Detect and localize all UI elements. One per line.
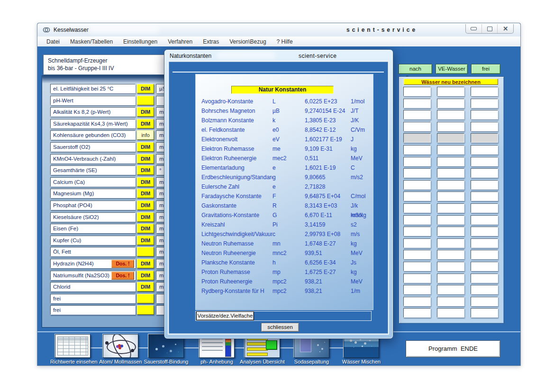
water-name-field[interactable]	[471, 203, 498, 213]
water-name-field[interactable]	[471, 168, 498, 178]
water-name-field[interactable]	[437, 297, 464, 306]
water-name-field[interactable]	[403, 297, 431, 306]
ve-wasser-button[interactable]: VE-Wasser	[436, 64, 468, 74]
dim-button[interactable]: DIM	[137, 154, 154, 164]
water-name-field[interactable]	[403, 110, 431, 119]
water-name-field[interactable]	[471, 273, 498, 283]
water-name-field[interactable]	[403, 133, 431, 143]
water-name-field[interactable]	[403, 262, 431, 271]
water-name-field[interactable]	[437, 191, 464, 201]
dim-button[interactable]: DIM	[137, 224, 154, 233]
water-name-field[interactable]	[437, 273, 464, 283]
dim-button[interactable]: DIM	[137, 282, 154, 292]
water-name-field[interactable]	[437, 262, 464, 271]
dim-button[interactable]: DIM	[137, 165, 154, 175]
water-name-field[interactable]	[437, 133, 464, 143]
dim-button[interactable]: info	[137, 130, 154, 140]
water-name-field[interactable]	[437, 180, 464, 190]
water-name-field[interactable]	[403, 157, 431, 166]
water-name-field[interactable]	[471, 262, 498, 271]
dim-button[interactable]	[137, 247, 154, 256]
water-name-field[interactable]	[471, 122, 498, 131]
water-name-field[interactable]	[437, 157, 464, 166]
water-name-field[interactable]	[403, 99, 431, 108]
richtwerte-icon[interactable]	[55, 334, 91, 358]
water-name-field[interactable]	[471, 227, 498, 236]
water-name-field[interactable]	[437, 110, 464, 119]
water-name-field[interactable]	[471, 133, 498, 143]
water-name-field[interactable]	[403, 285, 431, 294]
water-name-field[interactable]	[471, 110, 498, 119]
water-name-field[interactable]	[403, 180, 431, 190]
water-name-field[interactable]	[471, 297, 498, 306]
water-name-field[interactable]	[471, 87, 498, 96]
close-button[interactable]: ✕	[498, 24, 513, 33]
water-name-field[interactable]	[403, 250, 431, 259]
frei-button[interactable]: frei	[471, 64, 500, 74]
water-name-field[interactable]	[403, 203, 431, 213]
water-name-field[interactable]	[437, 87, 464, 96]
water-name-field[interactable]	[437, 238, 464, 248]
dim-button[interactable]: DIM	[137, 212, 154, 222]
water-name-field[interactable]	[437, 308, 464, 318]
water-name-field[interactable]	[403, 122, 431, 131]
dim-button[interactable]: DIM	[137, 119, 154, 128]
water-name-field[interactable]	[437, 122, 464, 131]
water-name-field[interactable]	[471, 215, 498, 225]
atom-icon[interactable]	[103, 334, 138, 358]
water-name-field[interactable]	[403, 273, 431, 283]
water-name-field[interactable]	[403, 191, 431, 201]
menu-item[interactable]: ? Hilfe	[272, 38, 298, 45]
water-name-field[interactable]	[437, 227, 464, 236]
water-name-field[interactable]	[437, 250, 464, 259]
water-name-field[interactable]	[471, 285, 498, 294]
water-name-field[interactable]	[471, 157, 498, 166]
water-name-field[interactable]	[403, 145, 431, 155]
minimize-button[interactable]	[466, 24, 482, 33]
dim-button[interactable]: DIM	[137, 259, 154, 268]
water-name-field[interactable]	[437, 145, 464, 155]
water-name-field[interactable]	[437, 99, 464, 108]
menu-item[interactable]: Datei	[41, 38, 65, 45]
dim-button[interactable]: DIM	[137, 142, 154, 152]
maximize-button[interactable]	[482, 24, 498, 33]
nach-osmose-button[interactable]: nach Osmose	[399, 64, 432, 74]
menu-item[interactable]: Masken/Tabellen	[65, 38, 118, 45]
menu-item[interactable]: Extras	[198, 38, 224, 45]
dim-button[interactable]	[137, 96, 154, 105]
dim-button[interactable]: DIM	[137, 177, 154, 187]
water-name-field[interactable]	[471, 180, 498, 190]
water-name-field[interactable]	[437, 215, 464, 225]
water-name-field[interactable]	[403, 215, 431, 225]
water-name-field[interactable]	[403, 308, 431, 318]
dim-button[interactable]: DIM	[137, 236, 154, 245]
water-name-field[interactable]	[403, 238, 431, 248]
water-name-field[interactable]	[471, 191, 498, 201]
water-name-field[interactable]	[471, 238, 498, 248]
dim-button[interactable]	[137, 294, 154, 303]
dos-badge[interactable]: Dos. !	[111, 272, 134, 280]
water-name-field[interactable]	[403, 87, 431, 96]
menu-item[interactable]: Einstellungen	[118, 38, 163, 45]
prefix-button[interactable]: Vorsätze/dez.Vielfache	[196, 311, 254, 320]
water-name-field[interactable]	[437, 203, 464, 213]
water-name-field[interactable]	[471, 250, 498, 259]
water-name-field[interactable]	[471, 99, 498, 108]
schliessen-button[interactable]: schliessen	[261, 323, 299, 332]
water-name-field[interactable]	[471, 308, 498, 318]
dim-button[interactable]: DIM	[137, 201, 154, 210]
dim-button[interactable]: DIM	[137, 189, 154, 198]
dos-badge[interactable]: Dos. !	[111, 260, 134, 268]
dim-button[interactable]	[137, 305, 154, 315]
water-name-field[interactable]	[437, 285, 464, 294]
dim-button[interactable]: DIM	[137, 107, 154, 117]
programm-ende-button[interactable]: Programm ENDE	[406, 340, 500, 357]
menu-item[interactable]: Verfahren	[163, 38, 198, 45]
menu-item[interactable]: Version\Bezug	[224, 38, 271, 45]
water-name-field[interactable]	[471, 145, 498, 155]
water-name-field[interactable]	[403, 227, 431, 236]
dim-button[interactable]: DIM	[137, 271, 154, 280]
dim-button[interactable]: DIM	[137, 84, 154, 93]
water-name-field[interactable]	[403, 168, 431, 178]
water-name-field[interactable]	[437, 168, 464, 178]
